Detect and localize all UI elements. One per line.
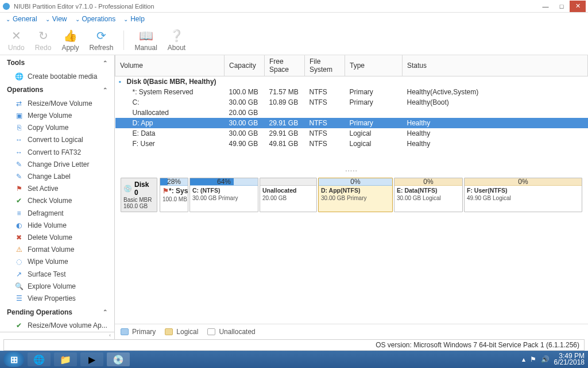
- splitter[interactable]: .....: [115, 164, 588, 174]
- sidebar-tools-header[interactable]: Tools⌃: [0, 55, 114, 70]
- table-row[interactable]: E: Data30.00 GB29.91 GBNTFSLogicalHealth…: [115, 128, 588, 139]
- app-icon: [2, 2, 10, 10]
- taskbar-app-icon[interactable]: 💿: [107, 352, 130, 366]
- legend-unallocated: Unallocated: [207, 328, 255, 336]
- properties-icon: ☰: [15, 294, 23, 302]
- about-label: About: [168, 44, 185, 52]
- col-fs[interactable]: File System: [305, 55, 345, 76]
- tray-volume-icon[interactable]: 🔊: [541, 355, 550, 363]
- taskbar-media-icon[interactable]: ▶: [80, 352, 103, 366]
- sidebar-hide[interactable]: ◐Hide Volume: [0, 219, 114, 231]
- menu-help[interactable]: Help: [123, 15, 145, 23]
- apply-icon: 👍: [63, 29, 77, 43]
- chevron-up-icon: ⌃: [103, 309, 107, 315]
- disk-icon: 💿: [123, 185, 132, 193]
- partition-e[interactable]: 0% E: Data(NTFS) 30.00 GB Logical: [394, 178, 463, 212]
- letter-icon: ✎: [15, 160, 23, 168]
- sidebar-wipe[interactable]: ◌Wipe Volume: [0, 256, 114, 268]
- col-type[interactable]: Type: [345, 55, 403, 76]
- undo-button[interactable]: ✕Undo: [8, 29, 25, 52]
- table-row-selected[interactable]: D: App30.00 GB29.91 GBNTFSPrimaryHealthy: [115, 118, 588, 128]
- legend-primary: Primary: [121, 328, 156, 336]
- sidebar-set-active[interactable]: ⚑Set Active: [0, 183, 114, 195]
- partition-unallocated[interactable]: Unallocated 20.00 GB: [260, 178, 317, 212]
- sidebar-copy[interactable]: ⎘Copy Volume: [0, 122, 114, 134]
- table-row[interactable]: C:30.00 GB10.89 GBNTFSPrimaryHealthy(Boo…: [115, 97, 588, 108]
- sidebar-pending-header[interactable]: Pending Operations⌃: [0, 305, 114, 320]
- sidebar-properties[interactable]: ☰View Properties: [0, 292, 114, 304]
- tray-clock[interactable]: 3:49 PM 6/21/2018: [554, 353, 585, 366]
- merge-icon: ▣: [15, 112, 23, 120]
- window-title: NIUBI Partition Editor v7.1.0 - Professi…: [14, 3, 537, 10]
- col-status[interactable]: Status: [403, 55, 588, 76]
- sidebar-merge[interactable]: ▣Merge Volume: [0, 109, 114, 121]
- partition-c[interactable]: 64% C: (NTFS) 30.00 GB Primary: [189, 178, 258, 212]
- globe-icon: 🌐: [15, 72, 23, 80]
- taskbar-explorer-icon[interactable]: 📁: [54, 352, 77, 366]
- sidebar-pending-resize[interactable]: ✔Resize/Move volume Ap...: [0, 320, 114, 332]
- sidebar-format[interactable]: ⚠Format Volume: [0, 244, 114, 256]
- sidebar-delete[interactable]: ✖Delete Volume: [0, 231, 114, 243]
- sidebar-change-label[interactable]: ✎Change Label: [0, 170, 114, 182]
- sidebar-operations-header[interactable]: Operations⌃: [0, 82, 114, 97]
- maximize-button[interactable]: □: [554, 1, 570, 12]
- convert-icon: ↔: [15, 136, 23, 144]
- sidebar-explore[interactable]: 🔍Explore Volume: [0, 280, 114, 292]
- resize-icon: ⇄: [15, 99, 23, 108]
- disk-map: 💿Disk 0 Basic MBR 160.0 GB 28% ⚑*: Sys..…: [115, 174, 588, 216]
- undo-icon: ✕: [9, 29, 23, 43]
- explore-icon: 🔍: [15, 282, 23, 290]
- menu-view[interactable]: View: [45, 15, 67, 23]
- sidebar-to-logical[interactable]: ↔Convert to Logical: [0, 134, 114, 146]
- flag-icon: ⚑: [15, 185, 23, 193]
- table-row[interactable]: F: User49.90 GB49.81 GBNTFSLogicalHealth…: [115, 139, 588, 149]
- about-button[interactable]: ❔About: [168, 29, 185, 52]
- defrag-icon: ≡: [15, 209, 23, 217]
- sidebar-resize[interactable]: ⇄Resize/Move Volume: [0, 97, 114, 109]
- hide-icon: ◐: [15, 221, 23, 229]
- sidebar-defrag[interactable]: ≡Defragment: [0, 207, 114, 219]
- table-row[interactable]: Unallocated20.00 GB: [115, 108, 588, 118]
- convert-icon: ↔: [15, 148, 23, 156]
- sidebar-drive-letter[interactable]: ✎Change Drive Letter: [0, 158, 114, 170]
- legend-logical: Logical: [165, 328, 198, 336]
- disk-header-row[interactable]: Disk 0(Basic MBR, Healthy): [115, 76, 588, 87]
- col-free[interactable]: Free Space: [265, 55, 305, 76]
- redo-label: Redo: [35, 44, 52, 52]
- refresh-label: Refresh: [89, 44, 113, 52]
- taskbar-ie-icon[interactable]: 🌐: [28, 352, 51, 366]
- disk-info-box[interactable]: 💿Disk 0 Basic MBR 160.0 GB: [121, 178, 157, 212]
- col-volume[interactable]: Volume: [115, 55, 225, 76]
- apply-button[interactable]: 👍Apply: [61, 29, 79, 52]
- partition-f[interactable]: 0% F: User(NTFS) 49.90 GB Logical: [464, 178, 582, 212]
- tray-flag-icon[interactable]: ⚑: [530, 355, 536, 363]
- sidebar-create-bootable[interactable]: 🌐Create bootable media: [0, 70, 114, 82]
- sidebar-check[interactable]: ✔Check Volume: [0, 195, 114, 207]
- undo-label: Undo: [8, 44, 25, 52]
- redo-icon: ↻: [36, 29, 50, 43]
- check-icon: ✔: [15, 321, 23, 329]
- content-area: Volume Capacity Free Space File System T…: [115, 55, 588, 339]
- table-row[interactable]: *: System Reserved100.0 MB71.57 MBNTFSPr…: [115, 87, 588, 97]
- partition-system-reserved[interactable]: 28% ⚑*: Sys... 100.0 MB P.: [160, 178, 188, 212]
- col-capacity[interactable]: Capacity: [225, 55, 265, 76]
- refresh-button[interactable]: ⟳Refresh: [89, 29, 113, 52]
- redo-button[interactable]: ↻Redo: [35, 29, 52, 52]
- disk-label: Disk 0: [134, 181, 154, 197]
- manual-button[interactable]: 📖Manual: [134, 29, 157, 52]
- menu-general[interactable]: General: [6, 15, 37, 23]
- manual-icon: 📖: [139, 29, 153, 43]
- system-tray: ▴ ⚑ 🔊 3:49 PM 6/21/2018: [522, 353, 585, 366]
- disk-sub: Basic MBR: [123, 197, 154, 203]
- sidebar-surface-test[interactable]: ↗Surface Test: [0, 268, 114, 280]
- svg-point-0: [3, 2, 10, 9]
- partition-d-selected[interactable]: 0% D: App(NTFS) 30.00 GB Primary: [318, 178, 393, 212]
- minimize-button[interactable]: —: [537, 1, 554, 12]
- sidebar-collapse[interactable]: ‹: [0, 332, 114, 339]
- close-button[interactable]: ✕: [570, 1, 586, 12]
- start-button[interactable]: ⊞: [3, 352, 24, 367]
- check-icon: ✔: [15, 197, 23, 205]
- menu-operations[interactable]: Operations: [75, 15, 116, 23]
- tray-chevron-icon[interactable]: ▴: [522, 355, 525, 363]
- sidebar-to-fat32[interactable]: ↔Convert to FAT32: [0, 146, 114, 158]
